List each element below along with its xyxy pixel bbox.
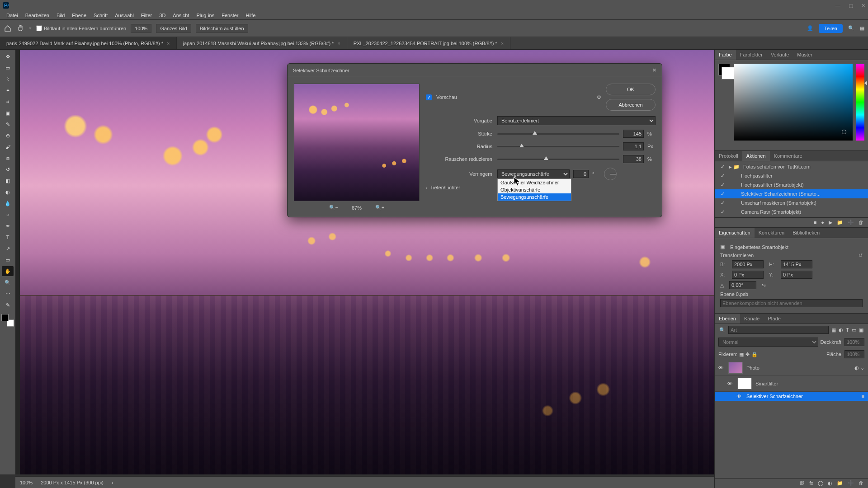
- amount-slider[interactable]: [497, 133, 619, 135]
- trash-icon[interactable]: 🗑: [859, 220, 863, 225]
- tab-ebenen[interactable]: Ebenen: [715, 314, 740, 324]
- tab-muster[interactable]: Muster: [793, 50, 816, 60]
- user-icon[interactable]: 👤: [807, 25, 813, 31]
- zoom-tool[interactable]: 🔍: [2, 277, 14, 287]
- noise-input[interactable]: [623, 155, 644, 163]
- delete-layer-icon[interactable]: 🗑: [859, 480, 863, 486]
- close-window-button[interactable]: ✕: [861, 3, 865, 9]
- menu-hilfe[interactable]: Hilfe: [243, 12, 258, 19]
- layer-row-photo[interactable]: 👁 Photo ◐ ⌄: [715, 360, 868, 376]
- fg-bg-colors[interactable]: [1, 314, 14, 327]
- radius-slider[interactable]: [497, 146, 619, 147]
- filter-mask-thumb[interactable]: [737, 378, 752, 389]
- move-tool[interactable]: ✥: [2, 52, 14, 61]
- doc-tab-2[interactable]: japan-2014618 Masashi Wakui auf Pixabay.…: [177, 37, 347, 49]
- width-input[interactable]: [732, 260, 764, 268]
- layer-thumb[interactable]: [728, 362, 743, 374]
- filter-adjust-icon[interactable]: ◐: [839, 327, 843, 333]
- reset-icon[interactable]: ↺: [859, 253, 863, 258]
- history-brush-tool[interactable]: ↺: [2, 164, 14, 174]
- blend-mode-select[interactable]: Normal: [718, 338, 818, 347]
- fx-icon[interactable]: fx: [809, 480, 813, 486]
- close-tab-icon[interactable]: ×: [501, 41, 504, 46]
- wand-tool[interactable]: ✦: [2, 85, 14, 95]
- menu-ebene[interactable]: Ebene: [69, 12, 89, 19]
- menu-plugins[interactable]: Plug-ins: [193, 12, 217, 19]
- dodge-tool[interactable]: ○: [2, 210, 14, 220]
- doc-tab-3[interactable]: PXL_20230422_122623454.PORTRAIT.jpg bei …: [347, 37, 510, 49]
- lasso-tool[interactable]: ⌇: [2, 74, 14, 84]
- menu-datei[interactable]: Datei: [4, 12, 21, 19]
- angle-input[interactable]: [573, 170, 589, 178]
- lock-position-icon[interactable]: ✥: [745, 352, 750, 357]
- hue-slider[interactable]: [856, 64, 864, 141]
- menu-bearbeiten[interactable]: Bearbeiten: [23, 12, 52, 19]
- rotate-input[interactable]: [729, 281, 756, 289]
- visibility-icon[interactable]: ✓: [719, 164, 726, 170]
- hand-tool[interactable]: ✋: [2, 266, 14, 276]
- tab-kanaele[interactable]: Kanäle: [740, 314, 764, 324]
- record-icon[interactable]: ●: [821, 220, 824, 225]
- menu-auswahl[interactable]: Auswahl: [112, 12, 137, 19]
- hand-tool-small-icon[interactable]: [16, 24, 24, 33]
- edit-toolbar[interactable]: ✎: [2, 300, 14, 310]
- tab-aktionen[interactable]: Aktionen: [742, 151, 770, 161]
- type-tool[interactable]: T: [2, 232, 14, 242]
- smart-filter-fx-icon[interactable]: ◐ ⌄: [854, 365, 864, 371]
- action-item[interactable]: ✓Camera Raw (Smartobjekt): [715, 207, 868, 216]
- fit-all-button[interactable]: Ganzes Bild: [156, 24, 191, 33]
- radius-input[interactable]: [623, 142, 644, 150]
- marquee-tool[interactable]: ▭: [2, 63, 14, 73]
- share-button[interactable]: Teilen: [819, 24, 843, 33]
- link-layers-icon[interactable]: ⛓: [800, 480, 805, 486]
- filter-shape-icon[interactable]: ▭: [852, 327, 856, 333]
- pen-tool[interactable]: ✒: [2, 221, 14, 231]
- tab-eigenschaften[interactable]: Eigenschaften: [715, 228, 755, 238]
- stop-icon[interactable]: ■: [814, 220, 817, 225]
- dd-option-motion[interactable]: Bewegungsunschärfe: [498, 193, 571, 201]
- new-set-icon[interactable]: 📁: [837, 220, 843, 225]
- tab-verlaeufe[interactable]: Verläufe: [767, 50, 793, 60]
- zoom-in-icon[interactable]: 🔍+: [375, 205, 384, 211]
- eyedropper-tool[interactable]: ✎: [2, 119, 14, 129]
- mask-icon[interactable]: ◯: [818, 480, 823, 486]
- color-swatch[interactable]: [718, 64, 730, 75]
- dd-option-gaussian[interactable]: Gaußscher Weichzeichner: [498, 179, 571, 186]
- workspace-icon[interactable]: ▦: [860, 25, 864, 31]
- menu-filter[interactable]: Filter: [138, 12, 155, 19]
- heal-tool[interactable]: ⊕: [2, 131, 14, 141]
- action-item[interactable]: ✓Hochpassfilter: [715, 171, 868, 180]
- action-item-selected[interactable]: ✓Selektiver Scharfzeichner (Smarto...: [715, 189, 868, 198]
- preview-checkbox[interactable]: ✓: [426, 94, 432, 100]
- new-layer-icon[interactable]: ➕: [848, 480, 854, 486]
- fill-screen-button[interactable]: Bildschirm ausfüllen: [196, 24, 248, 33]
- menu-bild[interactable]: Bild: [54, 12, 67, 19]
- ok-button[interactable]: OK: [606, 84, 656, 95]
- doc-tab-1[interactable]: paris-2499022 David Mark auf Pixabay.jpg…: [0, 37, 177, 49]
- menu-fenster[interactable]: Fenster: [219, 12, 241, 19]
- crop-tool[interactable]: ⌗: [2, 97, 14, 107]
- action-item[interactable]: ✓Hochpassfilter (Smartobjekt): [715, 180, 868, 189]
- dialog-preview-image[interactable]: [294, 84, 420, 201]
- dd-option-lens[interactable]: Objektivunschärfe: [498, 186, 571, 193]
- zoom-100-button[interactable]: 100%: [131, 24, 151, 33]
- menu-3d[interactable]: 3D: [156, 12, 168, 19]
- layer-row-filter-selected[interactable]: 👁 Selektiver Scharfzeichner ≡: [715, 392, 868, 401]
- menu-schrift[interactable]: Schrift: [91, 12, 110, 19]
- menu-ansicht[interactable]: Ansicht: [170, 12, 192, 19]
- layer-filter-input[interactable]: [728, 326, 829, 334]
- shape-tool[interactable]: ▭: [2, 255, 14, 265]
- maximize-button[interactable]: ▢: [849, 3, 853, 9]
- zoom-out-icon[interactable]: 🔍−: [329, 205, 338, 211]
- tab-korrekturen[interactable]: Korrekturen: [755, 228, 788, 238]
- search-icon[interactable]: 🔍: [848, 25, 854, 31]
- tab-kommentare[interactable]: Kommentare: [770, 151, 807, 161]
- amount-input[interactable]: [623, 130, 644, 138]
- scroll-all-checkbox[interactable]: [36, 25, 42, 31]
- visibility-icon[interactable]: 👁: [727, 381, 734, 386]
- visibility-icon[interactable]: 👁: [718, 365, 725, 371]
- brush-tool[interactable]: 🖌: [2, 142, 14, 152]
- adjustment-icon[interactable]: ◐: [828, 480, 832, 486]
- dialog-settings-icon[interactable]: ⚙: [597, 94, 601, 100]
- status-zoom[interactable]: 100%: [20, 480, 33, 485]
